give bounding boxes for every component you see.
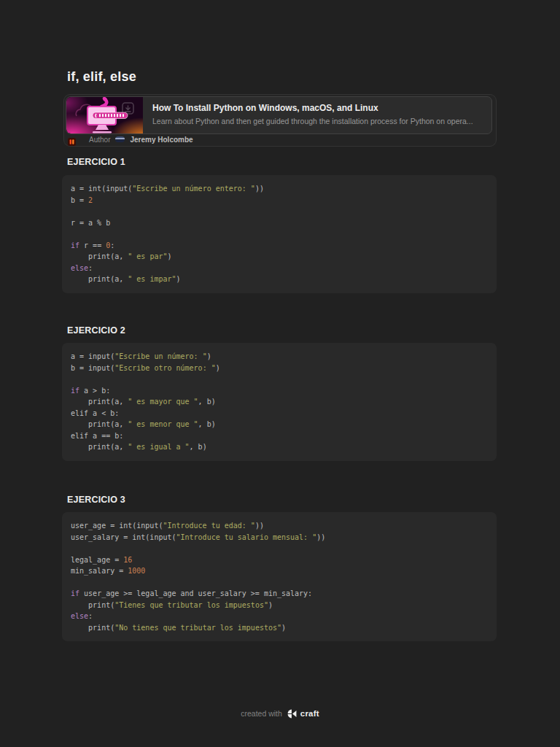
created-with-label: created with <box>241 709 282 718</box>
author-name: Jeremy Holcombe <box>130 136 192 144</box>
code-block-ejercicio-1: a = int(input("Escribe un número entero:… <box>62 175 497 293</box>
code-line: else: <box>71 263 488 274</box>
code-token: " es mayor que " <box>128 398 198 406</box>
code-token: if <box>71 387 79 395</box>
code-line: else: <box>71 611 488 622</box>
code-line: b = input("Escribe otro número: ") <box>71 363 488 374</box>
code-line: print(a, " es par") <box>71 251 488 263</box>
code-line <box>71 543 488 554</box>
code-token: min_salary = <box>71 567 128 575</box>
code-token: user_salary = int(input( <box>71 533 176 541</box>
code-line: print("Tienes que tributar los impuestos… <box>71 600 488 611</box>
code-line <box>71 228 488 240</box>
code-line: elif a < b: <box>71 408 488 419</box>
code-token: "Introduce tu salario mensual: " <box>176 533 317 541</box>
code-token: b = <box>71 196 88 204</box>
link-card-media-panel: How To Install Python on Windows, macOS,… <box>66 96 492 134</box>
document-page: if, elif, else <box>0 0 560 747</box>
code-token: r = a % b <box>71 219 110 227</box>
code-token: : <box>110 241 114 249</box>
code-line <box>71 206 488 217</box>
code-line: if a > b: <box>71 385 488 397</box>
code-token: "Introduce tu edad: " <box>163 522 254 530</box>
code-token: ) <box>176 275 181 283</box>
link-card-title: How To Install Python on Windows, macOS,… <box>152 103 473 113</box>
code-token: , b) <box>190 443 207 451</box>
code-token: elif a == b: <box>71 432 123 440</box>
code-token: " es igual a " <box>128 443 189 451</box>
code-line: user_age = int(input("Introduce tu edad:… <box>71 520 488 532</box>
code-line: elif a == b: <box>71 430 488 442</box>
code-line: b = 2 <box>71 195 488 206</box>
code-token: )) <box>255 185 264 193</box>
code-token: 1000 <box>128 567 145 575</box>
code-line: min_salary = 1000 <box>71 565 488 577</box>
code-token: , b) <box>198 398 216 406</box>
code-line: print(a, " es mayor que ", b) <box>71 396 488 408</box>
page-title: if, elif, else <box>67 69 136 85</box>
code-line: print(a, " es impar") <box>71 274 488 285</box>
code-token: b = input( <box>71 364 114 372</box>
link-card-author-row: Author Jeremy Holcombe <box>66 134 193 144</box>
craft-brand-label: craft <box>300 709 319 718</box>
footer-branding[interactable]: created with craft <box>0 708 560 718</box>
code-token: ) <box>281 624 286 632</box>
code-token: , b) <box>198 420 216 428</box>
code-token: ) <box>268 601 273 609</box>
code-token: a = input( <box>71 352 114 360</box>
code-line: a = int(input("Escribe un número entero:… <box>71 183 488 195</box>
code-token: elif a < b: <box>71 409 119 417</box>
code-line: legal_age = 16 <box>71 554 488 566</box>
author-label: Author <box>89 136 110 144</box>
code-token: )) <box>255 522 264 530</box>
code-token: ) <box>167 252 171 260</box>
code-token: ) <box>216 364 220 372</box>
code-token: "Escribe un número entero: " <box>132 185 255 193</box>
code-token: a > b: <box>79 387 110 395</box>
code-token: ) <box>207 352 211 360</box>
code-token: print(a, <box>71 443 128 451</box>
author-avatar <box>115 136 125 142</box>
code-token: : <box>88 264 93 272</box>
code-token: "Tienes que tributar los impuestos" <box>114 601 268 609</box>
code-token: " es menor que " <box>128 420 198 428</box>
code-token: print(a, <box>71 252 128 260</box>
code-line: print("No tienes que tributar los impues… <box>71 622 488 634</box>
section-heading-ejercicio-3: EJERCICIO 3 <box>67 495 125 505</box>
code-token: a = int(input( <box>71 185 132 193</box>
link-preview-card[interactable]: How To Install Python on Windows, macOS,… <box>63 94 497 147</box>
code-line: if r == 0: <box>71 240 488 252</box>
code-line: if user_age >= legal_age and user_salary… <box>71 588 488 600</box>
code-token: " es par" <box>128 252 167 260</box>
code-token: user_age = int(input( <box>71 522 163 530</box>
code-token: print( <box>71 601 114 609</box>
site-favicon-icon <box>68 136 76 144</box>
code-token: r == <box>79 241 106 249</box>
code-token: 2 <box>88 196 93 204</box>
code-token: print(a, <box>71 420 128 428</box>
code-block-ejercicio-2: a = input("Escribe un número: ")b = inpu… <box>62 343 497 461</box>
code-block-ejercicio-3: user_age = int(input("Introduce tu edad:… <box>62 512 497 641</box>
code-token: user_age >= legal_age and user_salary >=… <box>79 589 312 597</box>
code-line: user_salary = int(input("Introduce tu sa… <box>71 532 488 543</box>
section-heading-ejercicio-2: EJERCICIO 2 <box>67 325 125 336</box>
link-card-description: Learn about Python and then get guided t… <box>152 117 473 125</box>
code-line <box>71 374 488 385</box>
code-token: " es impar" <box>128 275 176 283</box>
code-line: r = a % b <box>71 217 488 229</box>
code-token: "No tienes que tributar los impuestos" <box>114 624 281 632</box>
code-token: print(a, <box>71 275 128 283</box>
code-line: print(a, " es igual a ", b) <box>71 441 488 453</box>
code-token: legal_age = <box>71 556 123 564</box>
link-card-text: How To Install Python on Windows, macOS,… <box>143 97 482 133</box>
code-token: else <box>71 264 88 272</box>
code-token: )) <box>316 533 325 541</box>
code-token: "Escribe otro número: " <box>114 364 215 372</box>
code-token: else <box>71 612 88 620</box>
code-token: "Escribe un número: " <box>114 352 206 360</box>
code-line: print(a, " es menor que ", b) <box>71 419 488 430</box>
code-token: print( <box>71 624 114 632</box>
article-thumbnail-icon <box>66 97 143 133</box>
section-heading-ejercicio-1: EJERCICIO 1 <box>67 157 125 167</box>
code-token: print(a, <box>71 398 128 406</box>
